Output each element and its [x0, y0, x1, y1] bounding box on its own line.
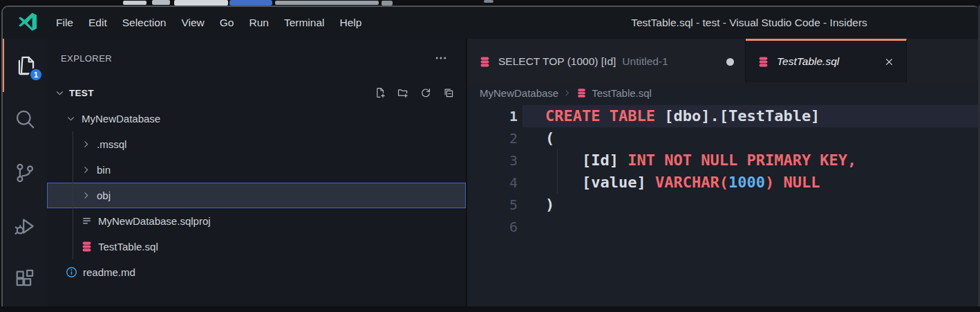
menu-item-view[interactable]: View	[173, 8, 211, 38]
vscode-insiders-logo	[17, 12, 39, 34]
line-number: 4	[467, 172, 518, 194]
code-line-2[interactable]: 2(	[467, 127, 978, 149]
line-number: 2	[467, 127, 518, 149]
line-number: 1	[467, 105, 518, 127]
tree-item-testtable-sql[interactable]: TestTable.sql	[47, 234, 466, 259]
tree-item-label: obj	[97, 190, 111, 201]
code-editor[interactable]: 1CREATE TABLE [dbo].[TestTable]2(3 [Id] …	[467, 104, 978, 306]
code-indent-guide	[557, 149, 558, 194]
editor-tab-testtable-sql[interactable]: TestTable.sql	[746, 39, 907, 82]
menu-item-help[interactable]: Help	[332, 8, 370, 38]
info-icon	[65, 266, 78, 279]
code-line-6[interactable]: 6	[467, 216, 978, 238]
background-window-fragment	[152, 0, 170, 5]
background-window-fragment	[174, 0, 228, 6]
collapse-all-button[interactable]	[442, 86, 455, 99]
chevron-right-icon	[80, 190, 92, 201]
tree-item-label: MyNewDatabase	[82, 113, 160, 125]
new-file-button[interactable]	[374, 86, 386, 99]
menu-item-go[interactable]: Go	[212, 8, 242, 38]
chevron-right-icon	[80, 138, 92, 150]
menu-item-edit[interactable]: Edit	[81, 8, 115, 38]
chevron-down-icon	[65, 113, 77, 125]
file-tree: MyNewDatabase.mssqlbinobjMyNewDatabase.s…	[47, 106, 466, 285]
database-icon	[80, 240, 93, 253]
refresh-button[interactable]	[420, 86, 432, 99]
tree-indent-guide	[73, 131, 73, 259]
database-icon	[757, 55, 770, 68]
close-icon[interactable]	[883, 56, 895, 68]
debug-icon	[13, 214, 37, 238]
editor-tab-select-top-1000-id[interactable]: SELECT TOP (1000) [Id]Untitled-1	[467, 39, 746, 82]
code-text: [value] VARCHAR(1000) NULL	[545, 172, 820, 194]
tree-item-label: readme.md	[83, 266, 135, 278]
new-folder-button[interactable]	[397, 86, 409, 99]
section-label: TEST	[69, 88, 94, 98]
tree-item-mssql[interactable]: .mssql	[47, 131, 466, 157]
tab-strip: SELECT TOP (1000) [Id]Untitled-1TestTabl…	[467, 39, 978, 82]
section-actions	[374, 86, 455, 99]
menu-item-run[interactable]: Run	[241, 8, 276, 38]
line-number: 5	[467, 194, 518, 216]
database-icon	[478, 55, 491, 68]
code-line-3[interactable]: 3 [Id] INT NOT NULL PRIMARY KEY,	[467, 149, 978, 172]
database-icon	[576, 87, 592, 99]
search-icon	[13, 107, 37, 131]
menu-item-terminal[interactable]: Terminal	[276, 8, 332, 38]
code-text: CREATE TABLE [dbo].[TestTable]	[545, 105, 820, 127]
activitybar-run-and-debug[interactable]	[3, 199, 47, 253]
vscode-window: FileEditSelectionViewGoRunTerminalHelp T…	[1, 6, 978, 306]
breadcrumb-item-testtable-sql[interactable]: TestTable.sql	[576, 87, 652, 99]
tree-item-readme-md[interactable]: readme.md	[47, 259, 466, 285]
menu-item-selection[interactable]: Selection	[115, 8, 174, 38]
more-actions-button[interactable]	[434, 51, 448, 65]
tree-item-label: bin	[97, 164, 111, 176]
line-number: 3	[467, 149, 518, 172]
project-file-icon	[80, 214, 93, 228]
menu-item-file[interactable]: File	[48, 8, 81, 38]
menu-bar: FileEditSelectionViewGoRunTerminalHelp	[48, 8, 369, 38]
background-window-fragment	[381, 1, 393, 6]
activitybar-search[interactable]	[3, 92, 47, 145]
editor-group: SELECT TOP (1000) [Id]Untitled-1TestTabl…	[467, 39, 978, 306]
tree-item-bin[interactable]: bin	[47, 157, 466, 183]
breadcrumb[interactable]: MyNewDatabaseTestTable.sql	[467, 82, 978, 104]
chevron-right-icon	[558, 88, 576, 98]
code-line-1[interactable]: 1CREATE TABLE [dbo].[TestTable]	[467, 105, 978, 127]
background-window-fragment	[484, 0, 493, 3]
tree-item-label: TestTable.sql	[98, 241, 158, 253]
code-line-5[interactable]: 5)	[467, 194, 978, 216]
background-window-fragment	[229, 0, 272, 6]
extensions-icon	[13, 268, 37, 291]
background-window-fragment	[275, 1, 379, 5]
chevron-right-icon	[80, 164, 92, 176]
explorer-badge: 1	[29, 68, 43, 82]
section-header-test[interactable]: TEST	[47, 82, 466, 104]
background-window-fragment	[123, 1, 147, 5]
sidebar-title: EXPLORER	[61, 53, 112, 64]
tab-label: SELECT TOP (1000) [Id]	[498, 55, 616, 68]
activity-bar: 1	[3, 39, 47, 306]
tree-item-label: MyNewDatabase.sqlproj	[98, 215, 211, 227]
chevron-down-icon	[54, 87, 66, 99]
tab-description: Untitled-1	[622, 55, 668, 68]
activitybar-extensions[interactable]	[3, 253, 47, 306]
window-title: TestTable.sql - test - Visual Studio Cod…	[480, 17, 978, 29]
sidebar-header: EXPLORER	[47, 39, 466, 77]
line-number: 6	[467, 216, 518, 238]
code-text: [Id] INT NOT NULL PRIMARY KEY,	[545, 149, 856, 172]
source-control-icon	[13, 161, 37, 185]
tree-item-mynewdatabase[interactable]: MyNewDatabase	[47, 106, 466, 131]
tree-item-obj[interactable]: obj	[47, 183, 466, 208]
tree-item-mynewdatabase-sqlproj[interactable]: MyNewDatabase.sqlproj	[47, 208, 466, 234]
modified-indicator	[726, 58, 734, 66]
explorer-sidebar: EXPLORER TEST MyNewDatabase.mssqlbinobjM…	[47, 39, 467, 306]
breadcrumb-item-mynewdatabase[interactable]: MyNewDatabase	[480, 87, 558, 99]
code-line-4[interactable]: 4 [value] VARCHAR(1000) NULL	[467, 172, 978, 194]
activitybar-source-control[interactable]	[3, 146, 47, 199]
title-bar: FileEditSelectionViewGoRunTerminalHelp T…	[3, 7, 978, 39]
code-text: (	[545, 127, 554, 149]
code-text: )	[545, 194, 554, 216]
activitybar-explorer[interactable]: 1	[3, 39, 47, 92]
tab-label: TestTable.sql	[777, 55, 839, 68]
